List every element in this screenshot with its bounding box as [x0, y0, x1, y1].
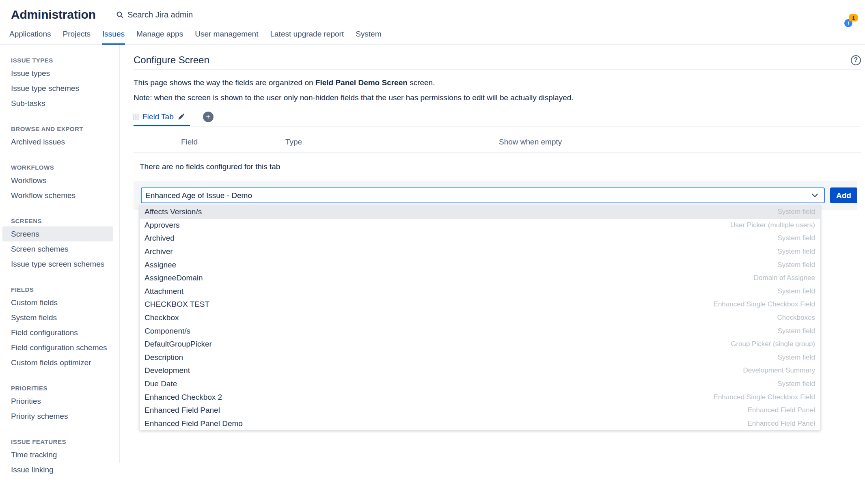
- option-type: System field: [777, 287, 815, 295]
- option-type: System field: [777, 327, 815, 335]
- column-header-field: Field: [181, 138, 285, 146]
- dropdown-option-enhanced-field-panel-demo[interactable]: Enhanced Field Panel DemoEnhanced Field …: [140, 417, 820, 431]
- sidebar-item-field-configurations[interactable]: Field configurations: [2, 325, 113, 340]
- option-label: Attachment: [145, 287, 183, 296]
- dropdown-option-archiver[interactable]: ArchiverSystem field: [140, 245, 820, 258]
- nav-tab-projects[interactable]: Projects: [62, 30, 91, 44]
- option-label: Archived: [145, 234, 175, 243]
- admin-nav-tabs: ApplicationsProjectsIssuesManage appsUse…: [0, 27, 865, 45]
- dropdown-option-affects-version-s[interactable]: Affects Version/sSystem field: [140, 205, 820, 219]
- fields-table-header: FieldTypeShow when empty: [134, 127, 861, 153]
- dropdown-option-archived[interactable]: ArchivedSystem field: [140, 232, 820, 245]
- dropdown-option-approvers[interactable]: ApproversUser Picker (multiple users): [140, 219, 820, 232]
- option-label: Enhanced Field Panel: [145, 406, 220, 415]
- sidebar-item-issue-type-screen-schemes[interactable]: Issue type screen schemes: [2, 256, 113, 271]
- dropdown-option-attachment[interactable]: AttachmentSystem field: [140, 285, 820, 298]
- dropdown-option-enhanced-checkbox-2[interactable]: Enhanced Checkbox 2Enhanced Single Check…: [140, 390, 820, 404]
- dropdown-option-description[interactable]: DescriptionSystem field: [140, 351, 820, 364]
- field-tab-bar: Field Tab +: [134, 112, 861, 127]
- option-type: Enhanced Single Checkbox Field: [714, 393, 815, 401]
- main-content: Configure Screen ? This page shows the w…: [120, 45, 865, 210]
- dropdown-option-development[interactable]: DevelopmentDevelopment Summary: [140, 364, 820, 377]
- sidebar-section-issue-features: ISSUE FEATURESTime trackingIssue linking: [0, 432, 119, 477]
- sidebar-section-heading: PRIORITIES: [0, 378, 119, 394]
- option-label: Archiver: [145, 247, 173, 256]
- option-type: System field: [777, 248, 815, 256]
- sidebar-item-archived-issues[interactable]: Archived issues: [2, 134, 113, 149]
- sidebar-item-custom-fields[interactable]: Custom fields: [2, 295, 113, 310]
- sidebar-item-workflows[interactable]: Workflows: [2, 173, 113, 188]
- add-tab-button[interactable]: +: [203, 112, 214, 122]
- nav-tab-user-management[interactable]: User management: [194, 30, 259, 44]
- title-divider: [134, 69, 861, 70]
- option-label: Assignee: [145, 261, 176, 269]
- nav-tab-manage-apps[interactable]: Manage apps: [136, 30, 183, 44]
- edit-pencil-icon[interactable]: [177, 113, 185, 121]
- sidebar-item-screen-schemes[interactable]: Screen schemes: [2, 241, 113, 256]
- screen-name: Field Panel Demo Screen: [315, 78, 408, 87]
- add-field-button[interactable]: Add: [830, 187, 857, 203]
- option-type: System field: [777, 261, 815, 269]
- nav-tab-issues[interactable]: Issues: [102, 30, 125, 45]
- option-type: System field: [777, 234, 815, 242]
- field-select[interactable]: Enhanced Age of Issue - Demo: [141, 187, 825, 203]
- sidebar-section-heading: FIELDS: [0, 280, 119, 295]
- option-type: Enhanced Field Panel: [748, 406, 815, 414]
- notification-widget[interactable]: ! 1: [842, 14, 860, 28]
- dropdown-option-defaultgrouppicker[interactable]: DefaultGroupPickerGroup Picker (single g…: [140, 338, 820, 351]
- sidebar-item-workflow-schemes[interactable]: Workflow schemes: [2, 188, 113, 203]
- option-type: Group Picker (single group): [731, 340, 815, 348]
- option-label: Development: [145, 366, 190, 375]
- sidebar-item-priorities[interactable]: Priorities: [2, 394, 113, 409]
- option-label: DefaultGroupPicker: [145, 340, 212, 349]
- app-title: Administration: [11, 8, 96, 22]
- search-icon: [116, 11, 124, 19]
- sidebar-item-priority-schemes[interactable]: Priority schemes: [2, 409, 113, 424]
- empty-table-message: There are no fields configured for this …: [134, 153, 861, 180]
- option-label: Affects Version/s: [145, 207, 202, 216]
- column-header-show-when-empty: Show when empty: [499, 138, 562, 146]
- sidebar-section-browse-and-export: BROWSE AND EXPORTArchived issues: [0, 119, 119, 149]
- nav-tab-applications[interactable]: Applications: [9, 30, 51, 44]
- help-icon[interactable]: ?: [851, 55, 861, 65]
- note-text: Note: when the screen is shown to the us…: [134, 93, 861, 102]
- sidebar-item-sub-tasks[interactable]: Sub-tasks: [2, 96, 113, 111]
- sidebar-item-field-configuration-schemes[interactable]: Field configuration schemes: [2, 340, 113, 355]
- sidebar-section-heading: ISSUE TYPES: [0, 50, 119, 66]
- option-label: Enhanced Field Panel Demo: [145, 419, 243, 428]
- option-label: Due Date: [145, 379, 177, 388]
- field-select-dropdown: Affects Version/sSystem fieldApproversUs…: [139, 205, 821, 431]
- option-type: Enhanced Field Panel: [748, 420, 815, 428]
- dropdown-option-enhanced-field-panel[interactable]: Enhanced Field PanelEnhanced Field Panel: [140, 404, 820, 417]
- admin-search[interactable]: Search Jira admin: [116, 10, 193, 19]
- nav-tab-system[interactable]: System: [355, 30, 382, 44]
- dropdown-option-checkbox[interactable]: CheckboxCheckboxes: [140, 311, 820, 325]
- option-type: System field: [777, 208, 815, 216]
- dropdown-option-checkbox-test[interactable]: CHECKBOX TESTEnhanced Single Checkbox Fi…: [140, 298, 820, 311]
- sidebar-item-screens[interactable]: Screens: [2, 226, 113, 241]
- sidebar-section-heading: ISSUE FEATURES: [0, 432, 119, 447]
- sidebar-section-priorities: PRIORITIESPrioritiesPriority schemes: [0, 378, 119, 424]
- sidebar-item-custom-fields-optimizer[interactable]: Custom fields optimizer: [2, 355, 113, 370]
- sidebar-section-workflows: WORKFLOWSWorkflowsWorkflow schemes: [0, 157, 119, 203]
- add-field-panel: Enhanced Age of Issue - Demo Add Affects…: [134, 181, 857, 210]
- dropdown-option-assigneedomain[interactable]: AssigneeDomainDomain of Assignee: [140, 271, 820, 285]
- option-type: Checkboxes: [777, 314, 815, 322]
- intro-prefix: This page shows the way the fields are o…: [134, 78, 315, 87]
- sidebar-item-issue-types[interactable]: Issue types: [2, 66, 113, 81]
- dropdown-option-assignee[interactable]: AssigneeSystem field: [140, 258, 820, 271]
- option-label: CHECKBOX TEST: [145, 300, 209, 309]
- sidebar-item-issue-type-schemes[interactable]: Issue type schemes: [2, 81, 113, 96]
- sidebar-item-time-tracking[interactable]: Time tracking: [2, 447, 113, 462]
- dropdown-option-due-date[interactable]: Due DateSystem field: [140, 377, 820, 391]
- sidebar-item-issue-linking[interactable]: Issue linking: [2, 462, 113, 477]
- option-type: Development Summary: [743, 366, 815, 375]
- sidebar-item-system-fields[interactable]: System fields: [2, 310, 113, 325]
- page-title-row: Configure Screen ?: [134, 54, 861, 66]
- field-tab-active[interactable]: Field Tab: [134, 112, 190, 126]
- nav-tab-latest-upgrade-report[interactable]: Latest upgrade report: [270, 30, 344, 44]
- sidebar-section-heading: BROWSE AND EXPORT: [0, 119, 119, 134]
- dropdown-option-component-s[interactable]: Component/sSystem field: [140, 324, 820, 338]
- drag-handle-icon[interactable]: [134, 114, 138, 120]
- column-header-type: Type: [285, 138, 499, 146]
